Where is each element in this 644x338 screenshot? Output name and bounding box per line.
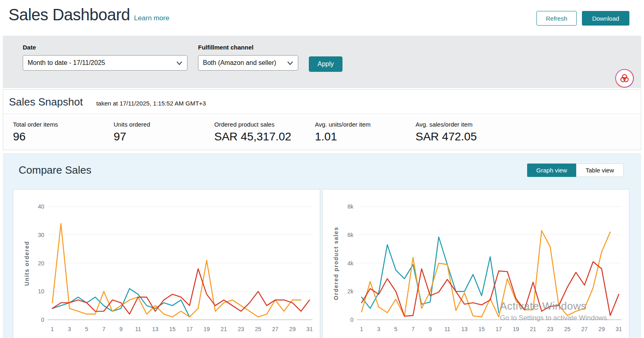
svg-text:13: 13 (152, 326, 159, 332)
svg-text:15: 15 (478, 326, 485, 332)
svg-text:29: 29 (289, 326, 296, 332)
metric-total-order-items: Total order items 96 (13, 121, 114, 143)
svg-text:9: 9 (429, 326, 432, 332)
svg-text:3: 3 (377, 326, 380, 332)
pdf-icon[interactable] (615, 69, 634, 88)
svg-text:7: 7 (102, 326, 106, 332)
svg-text:25: 25 (564, 326, 571, 332)
refresh-button[interactable]: Refresh (536, 11, 577, 26)
svg-text:40: 40 (38, 203, 44, 210)
svg-text:4k: 4k (347, 260, 354, 267)
units-ordered-chart-card: 010203040135791113151719212325272931Unit… (13, 189, 320, 338)
ordered-product-sales-chart-card: 02k4k6k8k135791113151719212325272931Orde… (322, 189, 629, 338)
svg-text:27: 27 (582, 326, 588, 332)
svg-text:17: 17 (186, 326, 193, 332)
svg-text:23: 23 (238, 326, 244, 332)
table-view-button[interactable]: Table view (576, 164, 624, 177)
metric-avg-sales-per-order-item: Avg. sales/order item SAR 472.05 (416, 121, 516, 143)
chevron-down-icon (287, 61, 293, 65)
download-button[interactable]: Download (582, 11, 629, 26)
metric-avg-units-per-order-item: Avg. units/order item 1.01 (315, 121, 416, 143)
metric-ordered-product-sales: Ordered product sales SAR 45,317.02 (214, 121, 315, 143)
date-label: Date (23, 44, 187, 51)
date-select[interactable]: Month to date - 17/11/2025 (23, 55, 187, 71)
units-ordered-chart: 010203040135791113151719212325272931Unit… (13, 189, 320, 338)
svg-text:17: 17 (495, 326, 502, 332)
svg-text:25: 25 (255, 326, 261, 332)
svg-text:21: 21 (530, 326, 536, 332)
snapshot-title: Sales Snapshot (9, 96, 83, 108)
snapshot-timestamp: taken at 17/11/2025, 1:15:52 AM GMT+3 (96, 100, 206, 107)
compare-sales-title: Compare Sales (19, 164, 91, 177)
metric-units-ordered: Units ordered 97 (114, 121, 214, 143)
svg-text:29: 29 (599, 326, 605, 332)
view-toggle: Graph view Table view (527, 164, 624, 177)
fulfillment-channel-value: Both (Amazon and seller) (203, 59, 276, 67)
svg-text:11: 11 (135, 326, 141, 332)
svg-text:1: 1 (360, 326, 363, 332)
header: Sales Dashboard Learn more Refresh Downl… (0, 0, 644, 36)
svg-text:6k: 6k (347, 232, 354, 238)
ordered-product-sales-chart: 02k4k6k8k135791113151719212325272931Orde… (323, 189, 629, 338)
fulfillment-channel-select[interactable]: Both (Amazon and seller) (198, 55, 298, 71)
svg-text:20: 20 (38, 260, 44, 267)
svg-text:8k: 8k (347, 203, 354, 210)
svg-text:10: 10 (38, 288, 44, 295)
sales-snapshot-section: Sales Snapshot taken at 17/11/2025, 1:15… (3, 89, 641, 150)
svg-text:5: 5 (394, 326, 398, 332)
svg-text:Ordered product sales: Ordered product sales (333, 227, 339, 300)
svg-text:19: 19 (204, 326, 210, 332)
acrobat-logo-icon (619, 73, 630, 84)
svg-text:23: 23 (547, 326, 554, 332)
svg-text:5: 5 (85, 326, 88, 332)
snapshot-metrics: Total order items 96 Units ordered 97 Or… (3, 114, 641, 150)
svg-text:15: 15 (169, 326, 176, 332)
compare-sales-section: Compare Sales Graph view Table view 0102… (3, 153, 641, 338)
svg-text:31: 31 (616, 326, 622, 332)
svg-text:30: 30 (38, 232, 44, 238)
svg-text:2k: 2k (347, 288, 354, 295)
svg-text:0: 0 (41, 316, 44, 323)
svg-text:0: 0 (350, 316, 353, 323)
filter-bar: Date Month to date - 17/11/2025 Fulfillm… (3, 36, 641, 88)
learn-more-link[interactable]: Learn more (134, 14, 169, 22)
svg-text:Units ordered: Units ordered (24, 241, 30, 286)
page-title: Sales Dashboard (9, 6, 130, 24)
chevron-down-icon (177, 61, 182, 65)
svg-text:31: 31 (306, 326, 313, 332)
svg-text:13: 13 (461, 326, 468, 332)
svg-text:19: 19 (513, 326, 519, 332)
svg-text:11: 11 (444, 326, 450, 332)
svg-text:3: 3 (68, 326, 71, 332)
fulfillment-channel-label: Fulfillment channel (198, 44, 298, 51)
svg-text:1: 1 (51, 326, 54, 332)
apply-button[interactable]: Apply (309, 56, 342, 72)
svg-text:7: 7 (411, 326, 415, 332)
svg-text:21: 21 (221, 326, 227, 332)
svg-text:9: 9 (119, 326, 123, 332)
date-select-value: Month to date - 17/11/2025 (28, 59, 105, 67)
svg-text:27: 27 (272, 326, 279, 332)
graph-view-button[interactable]: Graph view (527, 164, 576, 177)
